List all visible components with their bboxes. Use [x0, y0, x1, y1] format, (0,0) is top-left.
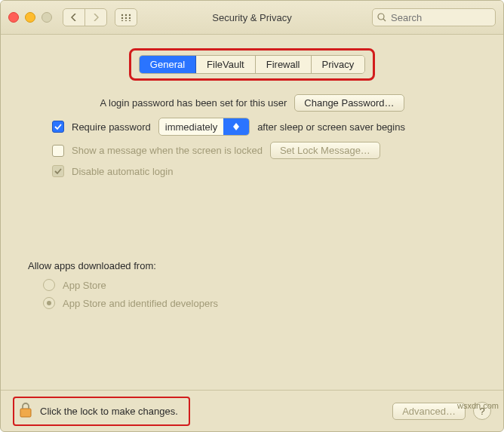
disable-auto-login-checkbox: [52, 165, 64, 177]
show-message-label: Show a message when the screen is locked: [72, 145, 263, 156]
disable-auto-login-label: Disable automatic login: [72, 166, 173, 177]
tab-filevault[interactable]: FileVault: [196, 56, 256, 73]
general-pane: A login password has been set for this u…: [1, 81, 503, 309]
svg-rect-11: [20, 409, 31, 417]
show-all-button[interactable]: [115, 8, 137, 26]
zoom-icon: [41, 12, 52, 23]
password-set-label: A login password has been set for this u…: [100, 97, 287, 109]
require-password-label: Require password: [72, 121, 151, 133]
minimize-icon[interactable]: [25, 12, 35, 23]
change-password-button[interactable]: Change Password…: [294, 94, 404, 112]
svg-point-1: [125, 14, 127, 16]
tab-firewall[interactable]: Firewall: [256, 56, 312, 73]
allow-apps-identified-radio: [43, 297, 55, 309]
tab-general[interactable]: General: [140, 56, 196, 73]
require-password-delay-select[interactable]: immediately: [158, 118, 250, 136]
footer: Click the lock to make changes. Advanced…: [1, 390, 503, 431]
svg-point-5: [129, 17, 131, 19]
tabs-container: General FileVault Firewall Privacy: [1, 48, 503, 81]
svg-point-9: [378, 14, 384, 20]
titlebar: Security & Privacy: [1, 1, 503, 35]
select-arrows-icon: [223, 118, 249, 135]
set-lock-message-button: Set Lock Message…: [270, 142, 380, 159]
tab-bar: General FileVault Firewall Privacy: [139, 55, 365, 74]
svg-point-2: [129, 14, 131, 16]
svg-point-6: [121, 20, 123, 21]
svg-point-0: [121, 14, 123, 16]
nav-buttons: [63, 8, 107, 26]
lock-annotation: Click the lock to make changes.: [13, 397, 190, 426]
lock-hint-label: Click the lock to make changes.: [40, 406, 178, 417]
svg-point-7: [125, 20, 127, 21]
search-icon: [377, 13, 386, 22]
svg-line-10: [383, 19, 386, 21]
svg-point-3: [121, 17, 123, 19]
svg-point-4: [125, 17, 127, 19]
security-privacy-window: Security & Privacy General FileVault Fir…: [0, 0, 504, 432]
allow-apps-identified-label: App Store and identified developers: [63, 298, 218, 309]
window-controls: [8, 12, 52, 23]
require-password-after-label: after sleep or screen saver begins: [257, 121, 405, 133]
allow-apps-appstore-radio: [43, 279, 55, 291]
allow-apps-appstore-label: App Store: [63, 280, 106, 291]
close-icon[interactable]: [8, 12, 19, 23]
tab-privacy[interactable]: Privacy: [312, 56, 365, 73]
svg-point-8: [129, 20, 131, 21]
show-message-checkbox: [52, 145, 64, 157]
lock-icon[interactable]: [19, 403, 32, 420]
watermark: wsxdn.com: [457, 401, 499, 410]
search-field[interactable]: [372, 8, 496, 26]
advanced-button[interactable]: Advanced…: [392, 403, 466, 420]
tabs-annotation: General FileVault Firewall Privacy: [129, 48, 375, 81]
require-password-delay-value: immediately: [159, 121, 223, 133]
require-password-checkbox[interactable]: [52, 121, 64, 133]
forward-button[interactable]: [85, 9, 106, 26]
back-button[interactable]: [63, 9, 85, 26]
allow-apps-label: Allow apps downloaded from:: [28, 260, 476, 271]
search-input[interactable]: [389, 11, 475, 24]
